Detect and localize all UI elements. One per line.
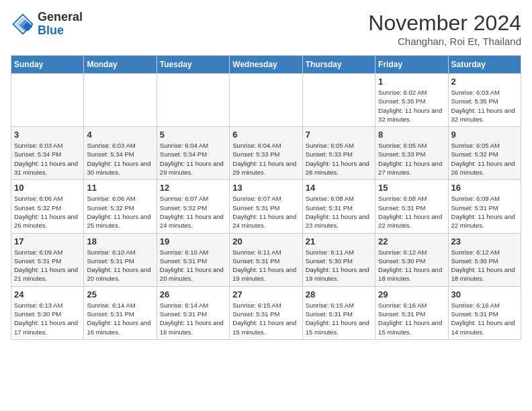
calendar-cell: 25Sunrise: 6:14 AM Sunset: 5:31 PM Dayli… [84,286,157,339]
calendar-cell: 13Sunrise: 6:07 AM Sunset: 5:31 PM Dayli… [230,180,302,233]
weekday-header: Friday [375,56,448,74]
weekday-header: Wednesday [230,56,302,74]
day-info: Sunrise: 6:09 AM Sunset: 5:31 PM Dayligh… [451,194,518,230]
weekday-header: Tuesday [157,56,229,74]
calendar-week-row: 3Sunrise: 6:03 AM Sunset: 5:34 PM Daylig… [11,127,521,180]
calendar-cell: 30Sunrise: 6:16 AM Sunset: 5:31 PM Dayli… [448,286,521,339]
location-subtitle: Changhan, Roi Et, Thailand [368,36,521,47]
day-number: 5 [160,130,226,140]
day-number: 7 [306,130,372,140]
day-number: 23 [451,236,518,246]
calendar-week-row: 1Sunrise: 6:02 AM Sunset: 5:35 PM Daylig… [11,74,521,127]
calendar-cell: 10Sunrise: 6:06 AM Sunset: 5:32 PM Dayli… [11,180,84,233]
calendar-cell: 2Sunrise: 6:03 AM Sunset: 5:35 PM Daylig… [448,74,521,127]
page-header: General Blue November 2024 Changhan, Roi… [11,11,521,47]
day-info: Sunrise: 6:05 AM Sunset: 5:32 PM Dayligh… [451,141,518,177]
day-number: 16 [451,183,518,193]
calendar-cell: 8Sunrise: 6:05 AM Sunset: 5:33 PM Daylig… [375,127,448,180]
logo-icon [11,12,35,36]
day-info: Sunrise: 6:16 AM Sunset: 5:31 PM Dayligh… [378,301,445,336]
calendar-week-row: 24Sunrise: 6:13 AM Sunset: 5:30 PM Dayli… [11,286,521,339]
calendar-cell: 28Sunrise: 6:15 AM Sunset: 5:31 PM Dayli… [302,286,375,339]
day-info: Sunrise: 6:07 AM Sunset: 5:31 PM Dayligh… [232,194,299,230]
day-number: 19 [160,236,226,246]
day-info: Sunrise: 6:08 AM Sunset: 5:31 PM Dayligh… [378,194,445,230]
month-title: November 2024 [368,11,521,36]
calendar-cell: 21Sunrise: 6:11 AM Sunset: 5:30 PM Dayli… [302,233,375,286]
day-number: 1 [378,77,445,87]
day-info: Sunrise: 6:03 AM Sunset: 5:34 PM Dayligh… [87,141,153,177]
calendar-cell [84,74,157,127]
day-number: 12 [160,183,226,193]
day-number: 25 [87,289,153,300]
calendar-cell: 27Sunrise: 6:15 AM Sunset: 5:31 PM Dayli… [230,286,302,339]
day-info: Sunrise: 6:03 AM Sunset: 5:34 PM Dayligh… [14,141,81,177]
day-number: 13 [232,183,299,193]
day-number: 9 [451,130,518,140]
calendar-cell: 14Sunrise: 6:08 AM Sunset: 5:31 PM Dayli… [302,180,375,233]
day-number: 18 [87,236,153,246]
calendar-cell: 16Sunrise: 6:09 AM Sunset: 5:31 PM Dayli… [448,180,521,233]
day-number: 10 [14,183,81,193]
weekday-header: Saturday [448,56,521,74]
day-number: 15 [378,183,445,193]
calendar-cell: 7Sunrise: 6:05 AM Sunset: 5:33 PM Daylig… [302,127,375,180]
calendar-cell: 1Sunrise: 6:02 AM Sunset: 5:35 PM Daylig… [375,74,448,127]
calendar-cell: 4Sunrise: 6:03 AM Sunset: 5:34 PM Daylig… [84,127,157,180]
day-info: Sunrise: 6:05 AM Sunset: 5:33 PM Dayligh… [306,141,372,177]
calendar-cell: 9Sunrise: 6:05 AM Sunset: 5:32 PM Daylig… [448,127,521,180]
day-number: 4 [87,130,153,140]
day-info: Sunrise: 6:11 AM Sunset: 5:31 PM Dayligh… [232,248,299,283]
day-info: Sunrise: 6:14 AM Sunset: 5:31 PM Dayligh… [87,301,153,336]
calendar-week-row: 17Sunrise: 6:09 AM Sunset: 5:31 PM Dayli… [11,233,521,286]
day-number: 2 [451,77,518,87]
day-info: Sunrise: 6:10 AM Sunset: 5:31 PM Dayligh… [160,248,226,283]
calendar-cell: 15Sunrise: 6:08 AM Sunset: 5:31 PM Dayli… [375,180,448,233]
day-number: 3 [14,130,81,140]
calendar-cell [302,74,375,127]
day-info: Sunrise: 6:16 AM Sunset: 5:31 PM Dayligh… [451,301,518,336]
weekday-header-row: SundayMondayTuesdayWednesdayThursdayFrid… [11,56,521,74]
calendar-cell: 12Sunrise: 6:07 AM Sunset: 5:32 PM Dayli… [157,180,229,233]
calendar-cell: 3Sunrise: 6:03 AM Sunset: 5:34 PM Daylig… [11,127,84,180]
day-number: 8 [378,130,445,140]
weekday-header: Monday [84,56,157,74]
day-info: Sunrise: 6:11 AM Sunset: 5:30 PM Dayligh… [306,248,372,283]
calendar-table: SundayMondayTuesdayWednesdayThursdayFrid… [11,55,521,340]
day-number: 20 [232,236,299,246]
calendar-week-row: 10Sunrise: 6:06 AM Sunset: 5:32 PM Dayli… [11,180,521,233]
day-info: Sunrise: 6:09 AM Sunset: 5:31 PM Dayligh… [14,248,81,283]
day-info: Sunrise: 6:08 AM Sunset: 5:31 PM Dayligh… [306,194,372,230]
day-info: Sunrise: 6:04 AM Sunset: 5:34 PM Dayligh… [160,141,226,177]
day-info: Sunrise: 6:12 AM Sunset: 5:30 PM Dayligh… [451,248,518,283]
logo-general: General [38,10,83,24]
day-number: 22 [378,236,445,246]
day-number: 11 [87,183,153,193]
day-number: 27 [232,289,299,300]
calendar-cell: 29Sunrise: 6:16 AM Sunset: 5:31 PM Dayli… [375,286,448,339]
day-number: 30 [451,289,518,300]
day-number: 26 [160,289,226,300]
calendar-cell: 17Sunrise: 6:09 AM Sunset: 5:31 PM Dayli… [11,233,84,286]
logo: General Blue [11,11,83,38]
day-number: 28 [306,289,372,300]
day-number: 24 [14,289,81,300]
calendar-cell: 5Sunrise: 6:04 AM Sunset: 5:34 PM Daylig… [157,127,229,180]
day-number: 29 [378,289,445,300]
calendar-cell: 22Sunrise: 6:12 AM Sunset: 5:30 PM Dayli… [375,233,448,286]
day-number: 14 [306,183,372,193]
calendar-cell: 24Sunrise: 6:13 AM Sunset: 5:30 PM Dayli… [11,286,84,339]
day-number: 21 [306,236,372,246]
day-info: Sunrise: 6:06 AM Sunset: 5:32 PM Dayligh… [87,194,153,230]
day-info: Sunrise: 6:02 AM Sunset: 5:35 PM Dayligh… [378,88,445,124]
calendar-cell: 26Sunrise: 6:14 AM Sunset: 5:31 PM Dayli… [157,286,229,339]
calendar-cell: 19Sunrise: 6:10 AM Sunset: 5:31 PM Dayli… [157,233,229,286]
weekday-header: Thursday [302,56,375,74]
day-info: Sunrise: 6:06 AM Sunset: 5:32 PM Dayligh… [14,194,81,230]
day-info: Sunrise: 6:15 AM Sunset: 5:31 PM Dayligh… [232,301,299,336]
day-info: Sunrise: 6:10 AM Sunset: 5:31 PM Dayligh… [87,248,153,283]
day-info: Sunrise: 6:14 AM Sunset: 5:31 PM Dayligh… [160,301,226,336]
calendar-cell [11,74,84,127]
day-info: Sunrise: 6:12 AM Sunset: 5:30 PM Dayligh… [378,248,445,283]
day-number: 17 [14,236,81,246]
